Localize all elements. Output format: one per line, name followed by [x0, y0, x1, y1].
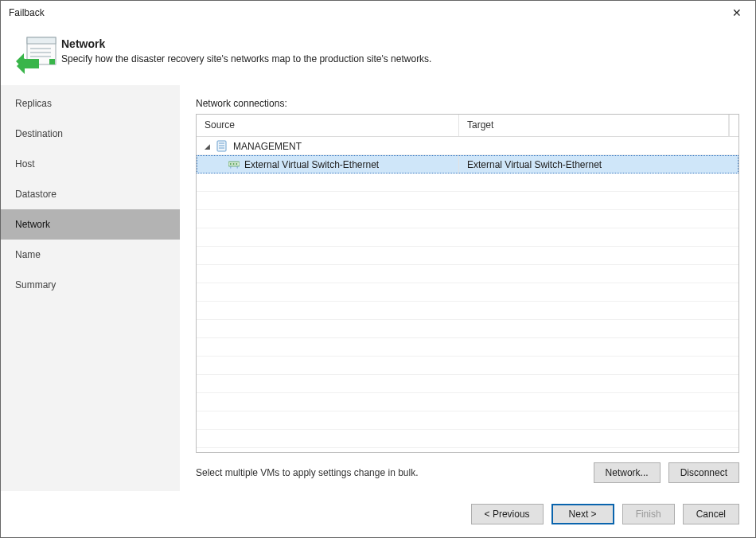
- sidebar-item-destination[interactable]: Destination: [1, 119, 180, 149]
- network-button[interactable]: Network...: [594, 462, 661, 483]
- wizard-header-text: Network Specify how the disaster recover…: [61, 34, 742, 74]
- sidebar-item-datastore[interactable]: Datastore: [1, 179, 180, 209]
- sidebar-item-name[interactable]: Name: [1, 240, 180, 270]
- section-label: Network connections:: [196, 98, 739, 109]
- failback-dialog: Failback ✕ Network Specify how the disas…: [0, 0, 756, 538]
- svg-rect-12: [230, 163, 232, 165]
- network-table: Source Target ◢: [196, 114, 739, 453]
- column-header-source[interactable]: Source: [197, 115, 459, 136]
- wizard-icon: [14, 34, 61, 74]
- svg-rect-5: [49, 59, 55, 64]
- close-button[interactable]: ✕: [719, 1, 755, 25]
- svg-rect-1: [27, 37, 56, 44]
- wizard-title: Network: [61, 37, 742, 50]
- table-row-child-selected[interactable]: External Virtual Switch-Ethernet Externa…: [197, 155, 738, 173]
- parent-node-label: MANAGEMENT: [232, 141, 302, 152]
- wizard-content: Network connections: Source Target ◢: [180, 85, 755, 491]
- target-network-label: External Virtual Switch-Ethernet: [467, 159, 602, 170]
- cell-target: External Virtual Switch-Ethernet: [459, 159, 738, 170]
- source-network-label: External Virtual Switch-Ethernet: [244, 159, 379, 170]
- title-bar: Failback ✕: [1, 1, 755, 25]
- wizard-footer: < Previous Next > Finish Cancel: [1, 491, 755, 537]
- finish-button: Finish: [622, 504, 675, 524]
- table-row-parent[interactable]: ◢ MANAGEMENT: [197, 137, 738, 155]
- window-title: Failback: [9, 7, 45, 18]
- column-header-target[interactable]: Target: [459, 115, 729, 136]
- next-button[interactable]: Next >: [551, 504, 614, 524]
- table-help-bar: Select multiple VMs to apply settings ch…: [196, 462, 739, 483]
- previous-button[interactable]: < Previous: [471, 504, 544, 524]
- wizard-body: Replicas Destination Host Datastore Netw…: [1, 85, 755, 491]
- cancel-button[interactable]: Cancel: [683, 504, 739, 524]
- server-icon: [216, 141, 227, 152]
- svg-rect-13: [233, 163, 235, 165]
- cell-source: External Virtual Switch-Ethernet: [197, 155, 459, 173]
- sidebar-item-replicas[interactable]: Replicas: [1, 88, 180, 119]
- network-switch-icon: [228, 159, 240, 170]
- column-resize-handle[interactable]: [729, 115, 738, 136]
- collapse-toggle-icon[interactable]: ◢: [203, 142, 211, 150]
- wizard-description: Specify how the disaster recovery site's…: [61, 53, 742, 64]
- wizard-sidebar: Replicas Destination Host Datastore Netw…: [1, 85, 180, 491]
- disconnect-button[interactable]: Disconnect: [668, 462, 739, 483]
- sidebar-item-network[interactable]: Network: [1, 209, 180, 240]
- sidebar-item-host[interactable]: Host: [1, 149, 180, 179]
- close-icon: ✕: [732, 6, 742, 19]
- table-body[interactable]: ◢ MANAGEMENT: [197, 137, 738, 452]
- sidebar-item-summary[interactable]: Summary: [1, 270, 180, 300]
- svg-rect-14: [236, 163, 237, 165]
- bulk-hint-text: Select multiple VMs to apply settings ch…: [196, 467, 418, 478]
- table-header: Source Target: [197, 115, 738, 137]
- wizard-header: Network Specify how the disaster recover…: [1, 25, 755, 85]
